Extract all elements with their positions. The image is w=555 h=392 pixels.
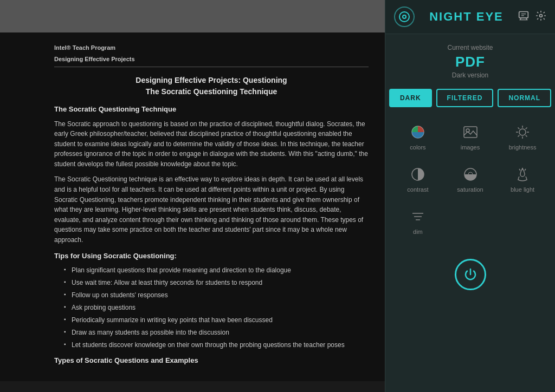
mode-dark-button[interactable]: DARK <box>389 89 432 107</box>
pdf-para1: The Socratic approach to questioning is … <box>54 119 369 169</box>
svg-line-17 <box>526 128 527 129</box>
svg-line-15 <box>518 128 520 129</box>
power-button[interactable] <box>455 259 486 290</box>
blue-light-cell[interactable]: blue light <box>499 161 547 197</box>
pdf-title: Designing Effective Projects: Questionin… <box>54 75 369 97</box>
eye-icon <box>398 10 411 23</box>
blue-light-icon <box>514 166 531 183</box>
contrast-icon <box>409 166 427 183</box>
dim-label: dim <box>413 228 423 235</box>
pdf-top-bar <box>0 0 385 32</box>
mode-buttons: DARK FILTERED NORMAL <box>389 89 551 107</box>
saturation-icon <box>462 166 479 183</box>
brightness-icon <box>514 123 531 141</box>
svg-line-18 <box>518 135 520 137</box>
colors-icon <box>409 123 427 141</box>
contrast-label: contrast <box>407 186 428 193</box>
svg-line-16 <box>526 135 527 137</box>
settings-icon[interactable] <box>535 10 546 24</box>
images-cell[interactable]: images <box>446 119 494 155</box>
tip-item: Follow up on students' responses <box>65 290 369 300</box>
chat-icon[interactable] <box>518 10 529 24</box>
tip-item: Draw as many students as possible into t… <box>65 328 369 337</box>
tip-item: Use wait time: Allow at least thirty sec… <box>65 278 369 288</box>
dim-icon <box>409 208 427 225</box>
pdf-section2-title: Tips for Using Socratic Questioning: <box>54 251 369 262</box>
pdf-section3-title: Types of Socratic Questions and Examples <box>54 355 369 366</box>
tip-item: Periodically summarize in writing key po… <box>65 315 369 325</box>
tip-item: Ask probing questions <box>65 303 369 312</box>
panel-header: NIGHT EYE <box>385 0 555 34</box>
tip-item: Plan significant questions that provide … <box>65 265 369 275</box>
mode-filtered-button[interactable]: FILTERED <box>436 89 494 107</box>
tip-item: Let students discover knowledge on their… <box>65 340 369 350</box>
saturation-cell[interactable]: saturation <box>446 161 494 197</box>
pdf-area: Intel® Teach Program Designing Effective… <box>0 0 385 392</box>
svg-line-24 <box>525 169 526 171</box>
pdf-content: Intel® Teach Program Designing Effective… <box>0 32 385 381</box>
svg-line-23 <box>519 169 520 171</box>
dark-version-label: Dark version <box>452 71 488 79</box>
pdf-divider <box>54 67 369 67</box>
svg-point-2 <box>403 16 405 18</box>
pdf-para2: The Socratic Questioning technique is an… <box>54 174 369 245</box>
mode-normal-button[interactable]: NORMAL <box>498 89 551 107</box>
pdf-tips-list: Plan significant questions that provide … <box>54 265 369 350</box>
pdf-header-line1: Intel® Teach Program <box>54 43 369 53</box>
dim-cell[interactable]: dim <box>394 204 442 239</box>
saturation-label: saturation <box>457 186 483 193</box>
svg-rect-8 <box>464 127 477 138</box>
svg-rect-3 <box>519 11 528 18</box>
images-icon <box>462 123 479 141</box>
blue-light-label: blue light <box>511 186 534 193</box>
pdf-section1-title: The Socratic Questioning Technique <box>54 104 369 115</box>
images-label: images <box>461 144 480 151</box>
contrast-cell[interactable]: contrast <box>394 161 442 197</box>
panel-title: NIGHT EYE <box>415 10 518 24</box>
pdf-header-line2: Designing Effective Projects <box>54 55 369 64</box>
brightness-cell[interactable]: brightness <box>499 119 547 155</box>
power-button-wrap <box>455 259 486 290</box>
brightness-label: brightness <box>509 144 537 151</box>
icon-grid: colors images brightne <box>394 119 547 239</box>
svg-point-6 <box>540 14 543 17</box>
power-icon <box>462 266 479 283</box>
svg-point-10 <box>519 129 526 135</box>
website-type: PDF <box>455 54 485 70</box>
night-eye-logo-icon <box>394 6 415 27</box>
colors-label: colors <box>410 144 425 151</box>
current-website-label: Current website <box>447 44 493 51</box>
colors-cell[interactable]: colors <box>394 119 442 155</box>
night-eye-panel: NIGHT EYE Current website PDF Dark versi… <box>385 0 555 392</box>
panel-header-icons <box>518 10 546 24</box>
